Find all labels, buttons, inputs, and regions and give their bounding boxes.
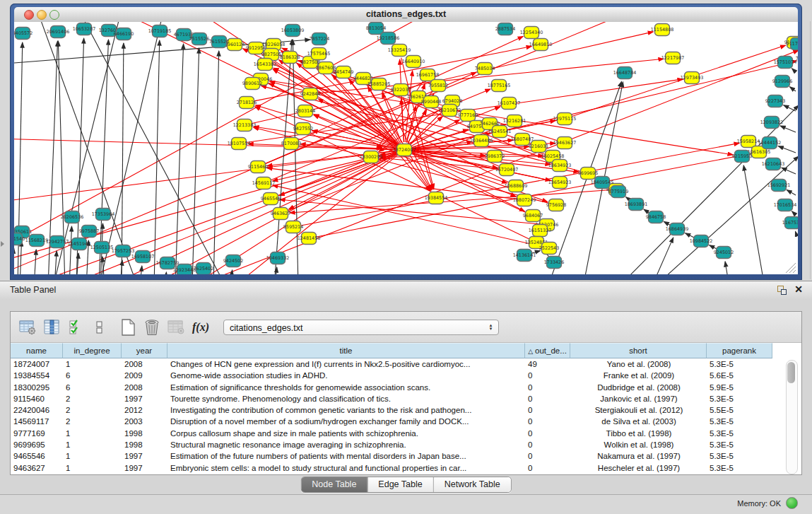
graph-node-yellow[interactable]: 9777169 — [458, 110, 478, 122]
graph-node-teal[interactable]: 20691406 — [47, 26, 70, 38]
graph-node-teal[interactable]: 7857224 — [310, 33, 329, 45]
graph-node-teal[interactable]: 9227343 — [765, 95, 785, 107]
citation-edge-red[interactable] — [14, 139, 396, 150]
graph-node-teal[interactable]: 10469332 — [266, 252, 290, 264]
memory-ok-indicator[interactable] — [786, 497, 798, 509]
graph-node-yellow[interactable]: 9465546 — [261, 193, 281, 205]
graph-node-teal[interactable]: 18693891 — [625, 199, 648, 211]
citation-edge-black[interactable] — [792, 211, 796, 215]
table-row[interactable]: 911546021997Tourette syndrome. Phenomeno… — [11, 393, 801, 404]
citation-edge-black[interactable] — [175, 44, 184, 274]
citation-edge-red[interactable] — [507, 61, 797, 129]
network-view-window[interactable]: citations_edges.txt 89601249912954182260… — [10, 4, 802, 280]
column-header-year[interactable]: year — [122, 343, 167, 358]
graph-node-yellow[interactable]: 9427552 — [293, 123, 313, 135]
graph-node-yellow[interactable]: 8990448 — [421, 96, 441, 108]
graph-node-teal[interactable]: 16210643 — [762, 158, 785, 170]
graph-node-teal[interactable]: 15751074 — [774, 57, 797, 69]
graph-node-yellow[interactable]: 16107427 — [498, 98, 521, 110]
graph-node-teal[interactable]: 1733426 — [544, 257, 564, 269]
citation-edge-black[interactable] — [54, 251, 57, 274]
citation-edge-black[interactable] — [140, 266, 142, 274]
column-header-title[interactable]: title — [167, 343, 525, 358]
graph-node-teal[interactable]: 9245012 — [714, 247, 734, 259]
citation-edge-black[interactable] — [644, 209, 649, 213]
graph-node-yellow[interactable]: 11154808 — [651, 24, 674, 36]
graph-node-yellow[interactable]: 2718126 — [237, 97, 257, 109]
delete-column-trash-icon[interactable] — [141, 317, 163, 338]
citation-network-graph[interactable]: 8960124991295418226058982750516543382818… — [14, 22, 798, 274]
citation-edge-black[interactable] — [782, 168, 796, 174]
graph-node-teal[interactable]: 6466190 — [114, 28, 134, 40]
graph-node-yellow[interactable]: 9463627 — [271, 208, 290, 220]
graph-node-teal[interactable]: 9846758 — [646, 211, 666, 223]
citation-edge-red[interactable] — [403, 97, 433, 189]
graph-node-yellow[interactable]: 12481456 — [298, 233, 321, 245]
graph-node-teal[interactable]: 17016534 — [774, 199, 797, 211]
citation-edge-black[interactable] — [743, 165, 765, 274]
column-header-name[interactable]: name — [11, 343, 63, 358]
graph-node-yellow[interactable]: 9699695 — [578, 168, 598, 180]
citation-edge-black[interactable] — [81, 22, 226, 274]
graph-node-teal[interactable]: 9975887 — [79, 226, 99, 238]
table-row[interactable]: 946554611997Estimation of the future num… — [11, 450, 801, 462]
graph-node-yellow[interactable]: 13325419 — [388, 45, 411, 57]
table-row[interactable]: 1456911722003Disruption of a novel membe… — [11, 416, 801, 427]
graph-node-teal[interactable]: 10653287 — [73, 23, 96, 35]
graph-node-teal[interactable]: 9129966 — [772, 76, 792, 88]
window-resize-grip[interactable] — [786, 263, 796, 273]
graph-node-yellow[interactable]: 16640910 — [402, 56, 425, 68]
citation-edge-black[interactable] — [710, 245, 717, 249]
citation-edge-black[interactable] — [789, 87, 796, 91]
citation-edge-black[interactable] — [69, 226, 71, 274]
graph-node-teal[interactable]: 2887534 — [495, 23, 515, 35]
graph-node-yellow[interactable]: 14569117 — [252, 177, 276, 189]
citation-edge-black[interactable] — [664, 221, 670, 225]
graph-node-teal[interactable]: 7625402 — [194, 263, 213, 275]
table-row[interactable]: 1830029562008Estimation of significance … — [11, 382, 801, 393]
tab-network-table[interactable]: Network Table — [433, 477, 511, 492]
citation-edge-black[interactable] — [725, 262, 729, 274]
citation-edge-black[interactable] — [778, 146, 796, 153]
citation-edge-black[interactable] — [99, 22, 163, 274]
graph-node-yellow[interactable]: 8595214 — [283, 221, 303, 233]
graph-node-yellow[interactable]: 12213383 — [233, 119, 257, 132]
function-builder-icon[interactable]: f(x) — [192, 321, 209, 334]
graph-node-yellow[interactable]: 15720407 — [495, 164, 519, 176]
citation-edge-red[interactable] — [280, 199, 539, 224]
table-scrollbar-thumb[interactable] — [787, 362, 795, 383]
citation-edge-red[interactable] — [191, 154, 398, 274]
graph-node-teal[interactable]: 16958107 — [131, 251, 155, 263]
table-row[interactable]: 1938455462009Genome-wide association stu… — [11, 370, 801, 381]
table-row[interactable]: 1872400712008Changes of HCN gene express… — [11, 358, 801, 370]
citation-edge-black[interactable] — [795, 231, 796, 233]
graph-node-teal[interactable]: 7615520 — [209, 36, 229, 48]
graph-node-yellow[interactable]: 12254340 — [520, 27, 543, 39]
graph-node-teal[interactable]: 8215953 — [732, 151, 752, 163]
column-header-in_degree[interactable]: in_degree — [63, 343, 122, 358]
citation-edge-black[interactable] — [20, 241, 22, 274]
graph-node-teal[interactable]: 7515526 — [189, 33, 209, 45]
graph-node-teal[interactable]: 9424502 — [223, 255, 243, 267]
close-panel-icon[interactable]: ✕ — [794, 284, 803, 295]
column-header-out_de[interactable]: △out_de... — [525, 343, 570, 358]
float-panel-icon[interactable] — [777, 286, 787, 295]
graph-node-teal[interactable]: 14136141 — [513, 250, 536, 262]
graph-node-teal[interactable]: 1167533 — [782, 217, 798, 229]
citation-edge-black[interactable] — [615, 105, 798, 274]
network-window-titlebar[interactable]: citations_edges.txt — [14, 7, 798, 23]
graph-node-yellow[interactable]: 9756928 — [546, 199, 566, 211]
graph-node-yellow[interactable]: 8186328 — [280, 52, 300, 64]
row-options-icon[interactable] — [89, 317, 110, 338]
tab-edge-table[interactable]: Edge Table — [367, 477, 433, 492]
citation-edge-black[interactable] — [99, 40, 108, 274]
graph-node-yellow[interactable]: 8454749 — [334, 66, 353, 78]
table-settings-icon[interactable] — [17, 317, 38, 338]
graph-node-yellow[interactable]: 9890612 — [242, 78, 262, 90]
graph-node-yellow[interactable]: 8170083 — [281, 138, 301, 150]
graph-node-yellow[interactable]: 18107554 — [228, 138, 251, 150]
graph-node-yellow[interactable]: 7986372 — [485, 151, 505, 163]
table-row[interactable]: 977716911998Corpus callosum shape and si… — [11, 428, 801, 439]
column-header-pagerank[interactable]: pagerank — [707, 343, 772, 358]
graph-node-teal[interactable]: 9405572 — [14, 28, 33, 40]
